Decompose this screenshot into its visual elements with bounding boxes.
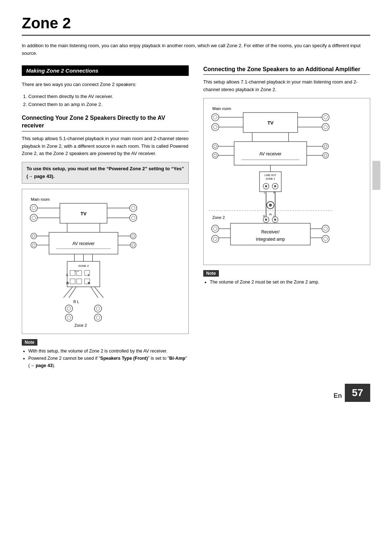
svg-point-19 bbox=[32, 235, 35, 237]
callout-text: To use this setup, you must set the “Pow… bbox=[26, 166, 184, 179]
right-column: Connecting the Zone Speakers to an Addit… bbox=[203, 65, 370, 286]
left-intro-text: There are two ways you can connect Zone … bbox=[22, 81, 189, 89]
svg-point-84 bbox=[323, 143, 328, 149]
svg-line-49 bbox=[94, 287, 103, 298]
svg-point-113 bbox=[265, 219, 267, 221]
svg-point-127 bbox=[322, 235, 329, 243]
svg-line-50 bbox=[69, 287, 76, 298]
left-subsection-title: Connecting Your Zone 2 Speakers Directly… bbox=[22, 114, 189, 131]
svg-point-86 bbox=[323, 152, 328, 158]
svg-point-57 bbox=[94, 305, 102, 312]
svg-point-59 bbox=[94, 314, 102, 321]
svg-point-65 bbox=[212, 123, 219, 131]
intro-text: In addition to the main listening room, … bbox=[22, 42, 370, 57]
svg-point-25 bbox=[132, 244, 135, 247]
svg-text:TV: TV bbox=[268, 120, 274, 126]
svg-point-101 bbox=[274, 185, 276, 187]
svg-text:ZONE 2: ZONE 2 bbox=[266, 178, 275, 180]
svg-point-54 bbox=[67, 307, 71, 310]
right-subsection-title: Connecting the Zone Speakers to an Addit… bbox=[203, 65, 370, 75]
right-note-box: Note The volume of Zone 2 must be set on… bbox=[203, 270, 370, 286]
svg-point-6 bbox=[131, 206, 135, 210]
left-note-item-1: With this setup, the volume of Zone 2 is… bbox=[28, 347, 189, 355]
svg-point-126 bbox=[324, 227, 327, 231]
svg-point-23 bbox=[132, 235, 135, 237]
svg-point-64 bbox=[213, 115, 217, 119]
svg-point-56 bbox=[67, 316, 71, 319]
right-body-text: This setup allows 7.1-channel playback i… bbox=[203, 78, 370, 94]
svg-point-58 bbox=[96, 307, 100, 310]
svg-point-22 bbox=[130, 233, 136, 239]
svg-point-69 bbox=[322, 123, 329, 131]
svg-point-68 bbox=[324, 115, 327, 119]
two-column-layout: Making Zone 2 Connections There are two … bbox=[22, 65, 370, 369]
right-tab-decoration bbox=[372, 161, 380, 190]
svg-point-116 bbox=[274, 219, 276, 221]
svg-point-1 bbox=[30, 204, 37, 212]
svg-point-81 bbox=[214, 145, 217, 148]
svg-text:ZONE 2: ZONE 2 bbox=[78, 264, 89, 268]
svg-point-98 bbox=[265, 185, 267, 187]
svg-text:AV receiver: AV receiver bbox=[259, 151, 281, 156]
svg-text:R: R bbox=[263, 215, 265, 217]
step-2: Connect them to an amp in Zone 2. bbox=[28, 101, 189, 109]
svg-point-4 bbox=[32, 216, 36, 220]
svg-point-60 bbox=[96, 316, 100, 319]
svg-rect-39 bbox=[70, 279, 75, 284]
en-label: En bbox=[334, 392, 342, 402]
svg-text:TV: TV bbox=[81, 211, 87, 216]
callout-box: To use this setup, you must set the “Pow… bbox=[22, 162, 189, 184]
svg-point-123 bbox=[212, 235, 219, 243]
svg-text:Receiver/: Receiver/ bbox=[261, 229, 280, 235]
svg-point-121 bbox=[212, 225, 219, 232]
svg-text:R: R bbox=[88, 281, 90, 285]
page-number: 57 bbox=[345, 384, 370, 402]
svg-text:integrated amp: integrated amp bbox=[256, 237, 285, 242]
making-zone2-header: Making Zone 2 Connections bbox=[22, 65, 189, 76]
svg-point-2 bbox=[32, 206, 36, 210]
svg-text:Zone 2: Zone 2 bbox=[212, 215, 225, 220]
svg-text:L: L bbox=[66, 273, 69, 277]
svg-point-8 bbox=[131, 216, 135, 220]
left-diagram-svg: Main room TV bbox=[27, 194, 140, 329]
svg-point-66 bbox=[213, 125, 217, 129]
right-diagram-svg: Main room TV bbox=[209, 103, 332, 260]
svg-point-80 bbox=[212, 143, 218, 149]
svg-text:L: L bbox=[273, 215, 275, 217]
right-note-item-1: The volume of Zone 2 must be set on the … bbox=[210, 278, 370, 286]
svg-point-85 bbox=[324, 145, 327, 148]
svg-point-5 bbox=[130, 204, 137, 212]
svg-point-122 bbox=[213, 227, 217, 231]
svg-text:Zone 2: Zone 2 bbox=[74, 323, 87, 327]
svg-line-48 bbox=[64, 287, 73, 298]
left-body-text: This setup allows 5.1-channel playback i… bbox=[22, 135, 189, 158]
svg-line-51 bbox=[91, 287, 98, 298]
svg-point-87 bbox=[324, 154, 327, 157]
svg-point-82 bbox=[212, 152, 218, 158]
svg-point-55 bbox=[65, 314, 73, 321]
svg-point-53 bbox=[65, 305, 73, 312]
svg-point-107 bbox=[269, 204, 272, 207]
svg-text:Main room: Main room bbox=[212, 106, 231, 111]
svg-point-63 bbox=[212, 114, 219, 121]
left-note-label: Note bbox=[22, 339, 37, 346]
svg-point-24 bbox=[130, 242, 136, 248]
svg-rect-40 bbox=[77, 279, 82, 284]
left-note-box: Note With this setup, the volume of Zone… bbox=[22, 339, 189, 369]
page-number-area: En 57 bbox=[22, 384, 370, 402]
right-diagram: Main room TV bbox=[203, 98, 370, 265]
svg-point-124 bbox=[213, 237, 217, 241]
svg-text:Main room: Main room bbox=[31, 197, 50, 201]
svg-point-128 bbox=[324, 237, 327, 241]
svg-point-21 bbox=[32, 244, 35, 247]
svg-text:R    L: R L bbox=[73, 300, 79, 304]
svg-text:R: R bbox=[66, 281, 69, 285]
right-note-label: Note bbox=[203, 270, 219, 277]
left-note-item-2: Powered Zone 2 cannot be used if "Speake… bbox=[28, 355, 189, 369]
steps-list: Connect them directly to the AV receiver… bbox=[28, 93, 189, 109]
svg-point-18 bbox=[31, 233, 37, 239]
left-note-list: With this setup, the volume of Zone 2 is… bbox=[28, 347, 189, 369]
right-note-list: The volume of Zone 2 must be set on the … bbox=[210, 278, 370, 286]
svg-point-3 bbox=[30, 214, 37, 221]
svg-point-67 bbox=[322, 114, 329, 121]
